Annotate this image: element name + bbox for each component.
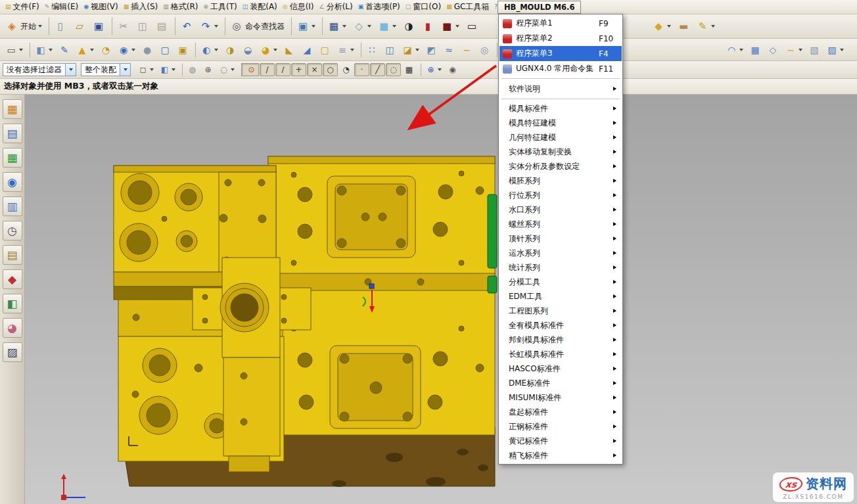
sketch-icon[interactable]: ✎ — [56, 42, 73, 58]
menu-item-program-menu-3[interactable]: 程序菜单3 F4 — [499, 46, 622, 61]
copy-icon[interactable]: ◫ — [133, 17, 152, 35]
offset-surface-icon[interactable]: ≈ — [440, 42, 457, 58]
boss-icon[interactable]: ● — [139, 42, 156, 58]
subtract-icon[interactable]: ◑ — [221, 42, 239, 58]
general-object-icon[interactable]: ◍ — [182, 63, 200, 76]
magnifier-icon[interactable]: ◉ — [445, 63, 460, 76]
sweep-icon[interactable]: ∼ — [458, 42, 475, 58]
snap-arc-center-icon[interactable]: ○ — [323, 63, 338, 76]
graphics-window[interactable] — [25, 95, 857, 504]
toolbox-icon[interactable]: ▦ — [3, 99, 22, 119]
datum-plane-display-icon[interactable]: ◇ — [350, 17, 374, 35]
pad-icon[interactable]: ▣ — [174, 42, 191, 58]
menu-item-dme-standard-parts[interactable]: DME标准件 — [499, 376, 622, 390]
mesh-surface-icon[interactable]: ▦ — [747, 42, 764, 58]
thicken-icon[interactable]: ▧ — [806, 42, 823, 58]
snap-grid-icon[interactable]: ▦ — [402, 63, 417, 76]
datum-plane-icon[interactable]: ◧ — [30, 42, 55, 58]
pattern-feature-icon[interactable]: ∷ — [361, 42, 381, 58]
draft-icon[interactable]: ◢ — [298, 42, 315, 58]
menu-item-hasco-standard-parts[interactable]: HASCO标准件 — [499, 361, 622, 376]
n-sided-surface-icon[interactable]: ◇ — [764, 42, 781, 58]
selection-scope-combo[interactable]: 整个装配 — [81, 63, 131, 76]
menu-item-solid-move-copy-transform[interactable]: 实体移动复制变换 — [499, 145, 622, 159]
command-finder-icon[interactable]: ◎ 命令查找器 — [225, 17, 287, 35]
dropdown-arrow-icon[interactable] — [65, 64, 76, 76]
menu-item-mold-standard-parts[interactable]: 模具标准件 — [499, 101, 622, 116]
menu-window[interactable]: ▢ 窗口(O) — [403, 0, 444, 14]
wcs-icon[interactable]: ⊕ — [421, 63, 444, 76]
start-button[interactable]: ◈ 开始 — [3, 17, 45, 35]
sketch-tool-icon[interactable]: ▭ — [3, 42, 26, 58]
menu-item-parting-tools[interactable]: 分模工具 — [499, 275, 622, 289]
snap-midpoint-icon[interactable]: ∕ — [275, 63, 290, 76]
selection-scope-icon[interactable]: ◧ — [157, 63, 178, 76]
menu-item-solid-analysis-parameters[interactable]: 实体分析及参数设定 — [499, 159, 622, 173]
web-browser-icon[interactable]: ◉ — [3, 172, 22, 192]
red-cylinder-icon[interactable]: ▮ — [419, 17, 437, 35]
assembly-navigator-icon[interactable]: ▤ — [3, 124, 22, 143]
sew-icon[interactable]: ▨ — [823, 42, 846, 58]
menu-item-screw-series[interactable]: 螺丝系列 — [499, 217, 622, 231]
system-materials-icon[interactable]: ▤ — [3, 245, 22, 265]
extrude-icon[interactable]: ▲ — [74, 42, 97, 58]
history-icon[interactable]: ◷ — [3, 221, 22, 241]
menu-item-changhong-mold-standard-parts[interactable]: 长虹模具标准件 — [499, 347, 622, 361]
snap-endpoint-icon[interactable]: / — [260, 63, 275, 76]
menu-insert[interactable]: ▦ 插入(S) — [121, 0, 161, 14]
menu-item-program-menu-2[interactable]: 程序菜单2 F10 — [499, 31, 622, 46]
menu-edit[interactable]: ✎ 编辑(E) — [42, 0, 81, 14]
snap-quadrant-icon[interactable]: ◔ — [338, 63, 354, 76]
menu-item-software-help[interactable]: 软件说明 — [499, 81, 622, 97]
manufacturing-icon[interactable]: ◧ — [3, 294, 22, 313]
menu-item-misumi-standard-parts[interactable]: MISUMI标准件 — [499, 390, 622, 405]
roles-icon[interactable]: ◕ — [3, 318, 22, 338]
annotation-pen-icon[interactable]: ✎ — [693, 17, 718, 35]
mirror-feature-icon[interactable]: ◫ — [381, 42, 398, 58]
cut-icon[interactable]: ✂ — [112, 17, 133, 35]
menu-item-edm-tools[interactable]: EDM工具 — [499, 289, 622, 304]
gem-tool-icon[interactable]: ◆ — [649, 17, 674, 35]
menu-item-drawing-series[interactable]: 工程图系列 — [499, 304, 622, 318]
menu-item-moldbase-series[interactable]: 模胚系列 — [499, 173, 622, 188]
pocket-icon[interactable]: ▢ — [156, 42, 174, 58]
unite-icon[interactable]: ◐ — [195, 42, 221, 58]
trim-body-icon[interactable]: ◪ — [399, 42, 422, 58]
split-body-icon[interactable]: ◩ — [423, 42, 440, 58]
process-studio-icon[interactable]: ◆ — [3, 269, 22, 289]
dropdown-arrow-icon[interactable] — [120, 64, 130, 76]
menu-item-quanyou-mold-standard-parts[interactable]: 全有模具标准件 — [499, 318, 622, 332]
new-file-icon[interactable]: ▯ — [49, 17, 70, 35]
menu-information[interactable]: ◎ 信息(I) — [280, 0, 317, 14]
paste-icon[interactable]: ▤ — [152, 17, 171, 35]
studio-surface-icon[interactable]: ∼ — [782, 42, 805, 58]
menu-item-statistics-series[interactable]: 统计系列 — [499, 260, 622, 275]
system-scene-icon[interactable]: ▨ — [3, 342, 22, 362]
window-popup-icon[interactable]: ▣ — [291, 17, 318, 35]
thread-icon[interactable]: ≡ — [334, 42, 357, 58]
menu-file[interactable]: ▤ 文件(F) — [3, 0, 42, 14]
snap-point-on-surface-icon[interactable]: ◌ — [386, 63, 401, 76]
save-icon[interactable]: ▣ — [89, 17, 108, 35]
snap-intersection-icon[interactable]: × — [307, 63, 322, 76]
reuse-library-icon[interactable]: ▥ — [3, 196, 22, 216]
snap-point-toggle-icon[interactable]: ⊙ — [241, 63, 259, 76]
menu-item-zhenggang-standard-parts[interactable]: 正钢标准件 — [499, 419, 622, 434]
snap-point-on-curve-icon[interactable]: ╱ — [370, 63, 385, 76]
menu-item-gate-series[interactable]: 水口系列 — [499, 202, 622, 217]
menu-item-cooling-series[interactable]: 运水系列 — [499, 246, 622, 260]
menu-preferences[interactable]: ▣ 首选项(P) — [356, 0, 403, 14]
menu-gc-toolbox[interactable]: ▩ GC工具箱 — [444, 0, 492, 14]
intersect-icon[interactable]: ◒ — [239, 42, 256, 58]
menu-view[interactable]: ◉ 视图(V) — [81, 0, 120, 14]
window-frame-icon[interactable]: ▭ — [463, 17, 481, 35]
menu-item-program-menu-1[interactable]: 程序菜单1 F9 — [499, 16, 622, 31]
menu-item-huangji-standard-parts[interactable]: 黄记标准件 — [499, 434, 622, 448]
menu-item-mold-feature-modeling[interactable]: 模具特征建模 — [499, 116, 622, 130]
cube-view-icon[interactable]: ■ — [375, 17, 399, 35]
revolve-icon[interactable]: ◔ — [97, 42, 114, 58]
view-layout-icon[interactable]: ▦ — [322, 17, 349, 35]
menu-item-ejector-pin-series[interactable]: 顶针系列 — [499, 231, 622, 246]
menu-item-jingfei-standard-parts[interactable]: 精飞标准件 — [499, 448, 622, 463]
snap-control-point-icon[interactable]: + — [291, 63, 306, 76]
